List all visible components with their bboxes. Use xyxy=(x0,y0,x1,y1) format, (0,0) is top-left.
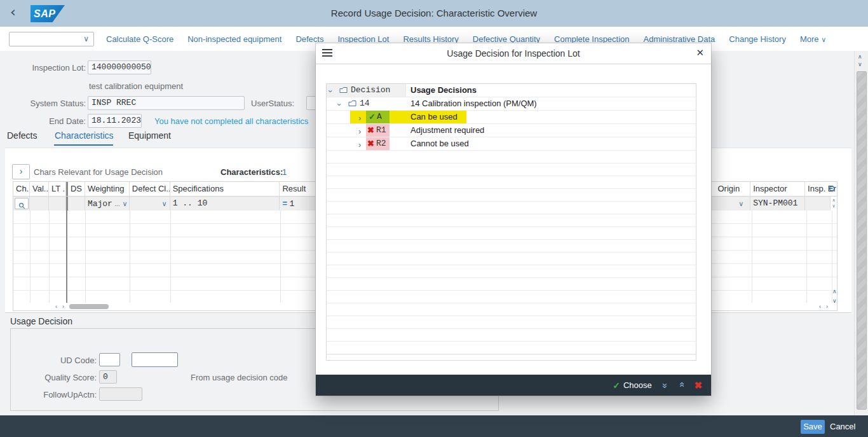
weighting-cell[interactable]: Major ... ∨ xyxy=(85,197,130,211)
column-divider xyxy=(85,211,86,303)
col-header-ds[interactable]: DS xyxy=(68,182,85,196)
chevron-down-icon[interactable]: ∨ xyxy=(122,200,127,208)
char-cell xyxy=(13,197,30,211)
quality-score-label: Quality Score: xyxy=(25,373,97,382)
ud-code-field-2[interactable] xyxy=(132,352,178,367)
system-status-field[interactable]: INSP RREC xyxy=(88,96,245,110)
column-divider xyxy=(280,211,281,303)
tree-node-code: 14 xyxy=(360,97,370,109)
insp-er-cell[interactable]: ∧∨ xyxy=(805,197,837,211)
quality-score-field[interactable]: 0 xyxy=(99,370,117,384)
dialog-header: Usage Decision for Inspection Lot ✕ xyxy=(316,43,711,64)
chevron-up-icon[interactable]: ∧ xyxy=(832,288,837,295)
ud-code-label: UD Code: xyxy=(38,356,97,365)
expand-icon[interactable]: › xyxy=(358,139,361,151)
menu-complete-inspection[interactable]: Complete Inspection xyxy=(554,34,630,44)
col-header-value[interactable]: Val... xyxy=(30,182,49,196)
inspection-lot-label: Inspection Lot: xyxy=(13,63,86,73)
chevron-up-icon[interactable]: ∧ xyxy=(831,198,837,202)
chevron-up-icon[interactable]: ∧ xyxy=(858,53,862,60)
scroll-right-icon[interactable]: › xyxy=(62,303,64,310)
expand-panel-button[interactable]: › xyxy=(12,164,30,179)
user-status-label: UserStatus: xyxy=(236,99,294,108)
chevron-down-icon[interactable]: ∨ xyxy=(858,61,862,67)
collapse-icon[interactable]: › xyxy=(325,90,337,92)
specifications-cell[interactable]: 1 .. 10 xyxy=(170,197,280,211)
menu-icon[interactable] xyxy=(322,49,332,58)
cancel-button[interactable]: Cancel xyxy=(830,420,855,434)
menu-results-history[interactable]: Results History xyxy=(403,34,458,44)
selected-tab-underline xyxy=(54,144,113,146)
app-vscrollbar[interactable]: ∧ ∨ xyxy=(854,51,867,415)
double-chevron-up-icon[interactable]: » xyxy=(675,383,686,387)
col-header-specifications[interactable]: Specifications xyxy=(170,182,280,196)
expand-icon[interactable]: › xyxy=(358,125,361,137)
tree-row-14[interactable]: › 14 14 Calibration inspection (PM/QM) xyxy=(327,97,696,111)
col-header-defect-class[interactable]: Defect Cl... xyxy=(130,182,170,196)
usage-decision-tree: › Decision Usage Decisions › 14 14 Calib… xyxy=(326,83,696,361)
save-button[interactable]: Save xyxy=(801,420,825,434)
scroll-left-icon[interactable]: ‹ xyxy=(819,303,821,310)
value-cell xyxy=(30,197,49,211)
row-spinner[interactable]: ∧∨ xyxy=(830,197,837,211)
expand-icon[interactable]: › xyxy=(358,112,361,124)
col-header-lt[interactable]: LT ... xyxy=(49,182,66,196)
menu-administrative-data[interactable]: Administrative Data xyxy=(644,34,715,44)
tab-defects[interactable]: Defects xyxy=(7,130,37,146)
menu-defects[interactable]: Defects xyxy=(295,34,323,44)
tab-characteristics[interactable]: Characteristics xyxy=(55,130,114,146)
tree-row-accept[interactable]: › ✓ A Can be used xyxy=(327,111,696,124)
lt-cell xyxy=(49,197,66,211)
hscroll-thumb[interactable] xyxy=(69,304,109,309)
tree-node-text: Can be used xyxy=(410,111,458,123)
col-header-char[interactable]: Ch... xyxy=(13,182,30,196)
menu-inspection-lot[interactable]: Inspection Lot xyxy=(337,34,389,44)
menu-more[interactable]: More ∨ xyxy=(800,34,826,44)
menu-change-history[interactable]: Change History xyxy=(729,34,786,44)
tree-node-code: R1 xyxy=(376,124,386,136)
column-divider xyxy=(130,211,130,303)
characteristics-count-label: Characteristics: xyxy=(220,167,283,177)
transaction-combobox[interactable]: ∨ xyxy=(9,32,94,46)
result-cell[interactable]: = 1 xyxy=(280,197,315,211)
cancel-x-icon[interactable]: ✖ xyxy=(694,380,702,391)
inspection-lot-field[interactable]: 140000000050 xyxy=(88,60,151,74)
vscroll-thumb[interactable] xyxy=(857,71,867,410)
page-title: Record Usage Decision: Characteristic Ov… xyxy=(0,0,868,27)
chevron-down-icon[interactable]: ∨ xyxy=(831,204,837,208)
col-header-weighting[interactable]: Weighting xyxy=(85,182,130,196)
tree-row-r2[interactable]: › ✖ R2 Cannot be used xyxy=(327,137,696,151)
col-header-result[interactable]: Result xyxy=(280,182,315,196)
back-icon[interactable]: ‹ xyxy=(10,5,16,19)
menu-non-inspected-equipment[interactable]: Non-inspected equipment xyxy=(187,34,281,44)
chevron-down-icon[interactable]: ∨ xyxy=(162,200,167,208)
col-header-inspector[interactable]: Inspector xyxy=(750,182,805,196)
ud-code-field-1[interactable] xyxy=(99,353,120,366)
followup-action-field[interactable] xyxy=(99,387,142,401)
col-header-insp-er[interactable]: Insp. Er⚙ xyxy=(805,182,837,196)
table-vscroll-controls[interactable]: ∧∨ xyxy=(832,286,837,305)
scroll-left-icon[interactable]: ‹ xyxy=(55,303,57,310)
tree-row-decision[interactable]: › Decision Usage Decisions xyxy=(327,84,696,97)
collapse-icon[interactable]: › xyxy=(334,103,346,106)
choose-button[interactable]: ✓Choose xyxy=(613,380,652,391)
tab-equipment[interactable]: Equipment xyxy=(128,130,171,146)
scroll-right-icon[interactable]: › xyxy=(826,303,828,310)
menu-calculate-q-score[interactable]: Calculate Q-Score xyxy=(106,34,173,44)
tree-node-code: Decision xyxy=(351,84,390,96)
tree-row-r1[interactable]: › ✖ R1 Adjustment required xyxy=(327,124,696,137)
inspector-cell[interactable]: SYN-PM001 xyxy=(750,197,805,211)
footer-bar xyxy=(0,415,868,437)
end-date-field[interactable]: 18.11.2023 xyxy=(88,114,142,128)
close-icon[interactable]: ✕ xyxy=(696,47,704,59)
gear-icon[interactable]: ⚙ xyxy=(828,182,836,196)
lot-description: test calibration equipment xyxy=(89,81,183,91)
double-chevron-down-icon[interactable]: » xyxy=(660,383,670,387)
menu-defective-quantity[interactable]: Defective Quantity xyxy=(473,34,540,44)
defect-class-cell[interactable]: ∨ xyxy=(130,197,170,211)
column-divider xyxy=(752,211,752,303)
ds-cell xyxy=(68,197,85,211)
chevron-down-icon[interactable]: ∨ xyxy=(738,200,743,208)
chevron-down-icon: ∨ xyxy=(83,35,89,43)
magnifier-button[interactable] xyxy=(15,198,29,209)
